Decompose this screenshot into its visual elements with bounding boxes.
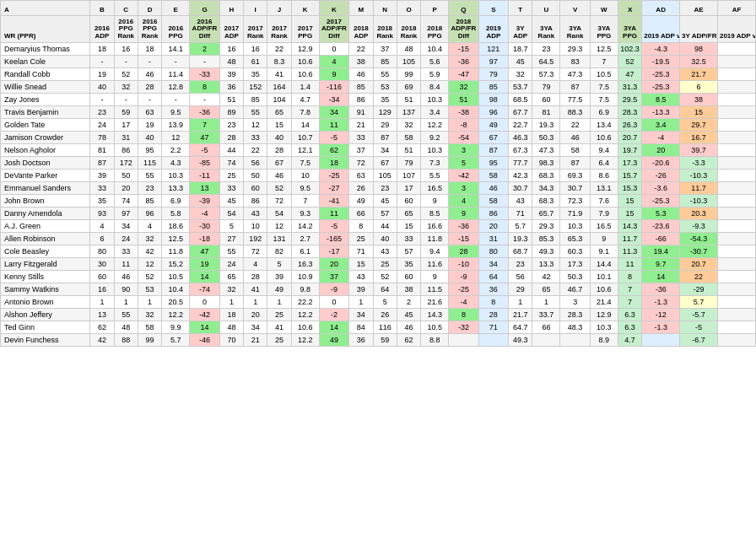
cell-d: 115 [138, 157, 161, 170]
cell-t: 68.5 [509, 94, 532, 106]
cell-u: 13.3 [532, 258, 560, 271]
cell-g: 19 [190, 258, 219, 271]
cell-x: 7 [618, 283, 641, 296]
cell-i: 55 [244, 106, 267, 119]
cell-n: 129 [373, 106, 397, 119]
cell-n: 57 [373, 208, 397, 220]
cell-l: 11 [319, 208, 348, 220]
2019adp-vs-3yafr-header: 2019 ADP vs 3YAFR Diff [717, 16, 755, 43]
2016-ppg-header: 2016PPG [162, 16, 190, 43]
cell-ad: -3.6 [642, 182, 680, 195]
cell-p: 9.4 [421, 245, 449, 258]
cell-b: 1 [90, 296, 114, 309]
cell-name: Larry Fitzgerald [1, 258, 90, 271]
cell-w: 14.4 [590, 258, 618, 271]
cell-c: 97 [114, 208, 138, 220]
cell-u: 65.7 [532, 208, 560, 220]
table-row: Sammy Watkins16905310.4-743241499.8-9396… [1, 283, 756, 296]
cell-t: 64.7 [509, 321, 532, 334]
cell-e: 9.5 [162, 106, 190, 119]
cell-n: 52 [373, 271, 397, 283]
col-ad-header: AD [642, 1, 680, 16]
cell-ad: 20 [642, 144, 680, 157]
cell-q: 32 [449, 81, 478, 94]
col-b-header: B [90, 1, 114, 16]
cell-i: 152 [244, 81, 267, 94]
cell-d: 96 [138, 208, 161, 220]
cell-ad: -1.3 [642, 321, 680, 334]
cell-ae: -5.7 [680, 309, 718, 321]
cell-o: 32 [397, 119, 420, 132]
cell-e: 4.3 [162, 157, 190, 170]
cell-n: 45 [373, 195, 397, 208]
cell-v: 58 [560, 144, 590, 157]
cell-d: 46 [138, 68, 161, 81]
cell-p: 11.8 [421, 233, 449, 245]
cell-e: 20.5 [162, 296, 190, 309]
cell-ae: -9.3 [680, 220, 718, 233]
2018-adp-header: 2018ADP [349, 16, 373, 43]
cell-s: 8 [478, 296, 508, 309]
cell-u: 29.3 [532, 220, 560, 233]
cell-ae: 20.7 [680, 258, 718, 271]
cell-o: 69 [397, 81, 420, 94]
col-o-header: O [397, 1, 420, 16]
cell-ad: -36 [642, 283, 680, 296]
cell-j: 22 [267, 43, 291, 56]
cell-q: 28 [449, 245, 478, 258]
cell-ae: 38 [680, 94, 718, 106]
cell-e: 10.4 [162, 283, 190, 296]
cell-w: 7.5 [590, 94, 618, 106]
cell-x: 14.3 [618, 220, 641, 233]
cell-m: 36 [349, 334, 373, 347]
cell-m: 84 [349, 321, 373, 334]
cell-ad: -1.3 [642, 296, 680, 309]
cell-x: 102.3 [618, 43, 641, 56]
cell-ae: -54.3 [680, 233, 718, 245]
cell-x: 11.3 [618, 245, 641, 258]
cell-b: 18 [90, 43, 114, 56]
cell-t: 67.3 [509, 144, 532, 157]
cell-i: 16 [244, 43, 267, 56]
cell-d: 53 [138, 283, 161, 296]
cell-ad: 8.5 [642, 94, 680, 106]
cell-i: 43 [244, 208, 267, 220]
cell-o: 35 [397, 258, 420, 271]
cell-w: 7 [590, 56, 618, 68]
cell-s: 97 [478, 56, 508, 68]
cell-o: 62 [397, 334, 420, 347]
cell-b: 6 [90, 233, 114, 245]
cell-q: 4 [449, 195, 478, 208]
cell-x: 4.7 [618, 334, 641, 347]
cell-ad: -4.3 [642, 43, 680, 56]
cell-g: 8 [190, 81, 219, 94]
cell-name: Alshon Jeffery [1, 309, 90, 321]
cell-i: 22 [244, 144, 267, 157]
cell-b: 4 [90, 220, 114, 233]
cell-name: Jamison Crowder [1, 132, 90, 144]
cell-o: 46 [397, 321, 420, 334]
cell-d: 85 [138, 195, 161, 208]
cell-c: 74 [114, 195, 138, 208]
cell-v: 77.5 [560, 94, 590, 106]
cell-j: 82 [267, 245, 291, 258]
cell-g: 0 [190, 296, 219, 309]
cell-c: 48 [114, 321, 138, 334]
table-row: Cole Beasley80334211.8475572826.1-177143… [1, 245, 756, 258]
cell-d: 19 [138, 119, 161, 132]
cell-u: 64.5 [532, 56, 560, 68]
cell-v: 48.3 [560, 321, 590, 334]
cell-t: 18.7 [509, 43, 532, 56]
cell-s: 87 [478, 144, 508, 157]
cell-ae: 21.7 [680, 68, 718, 81]
cell-e: - [162, 56, 190, 68]
cell-name: Kenny Stills [1, 271, 90, 283]
col-l-header: K [319, 1, 348, 16]
cell-l: -5 [319, 220, 348, 233]
cell-h: 54 [219, 208, 243, 220]
cell-o: 58 [397, 132, 420, 144]
cell-u: 66 [532, 321, 560, 334]
cell-n: 105 [373, 170, 397, 182]
col-c-header: C [114, 1, 138, 16]
cell-o: 2 [397, 296, 420, 309]
